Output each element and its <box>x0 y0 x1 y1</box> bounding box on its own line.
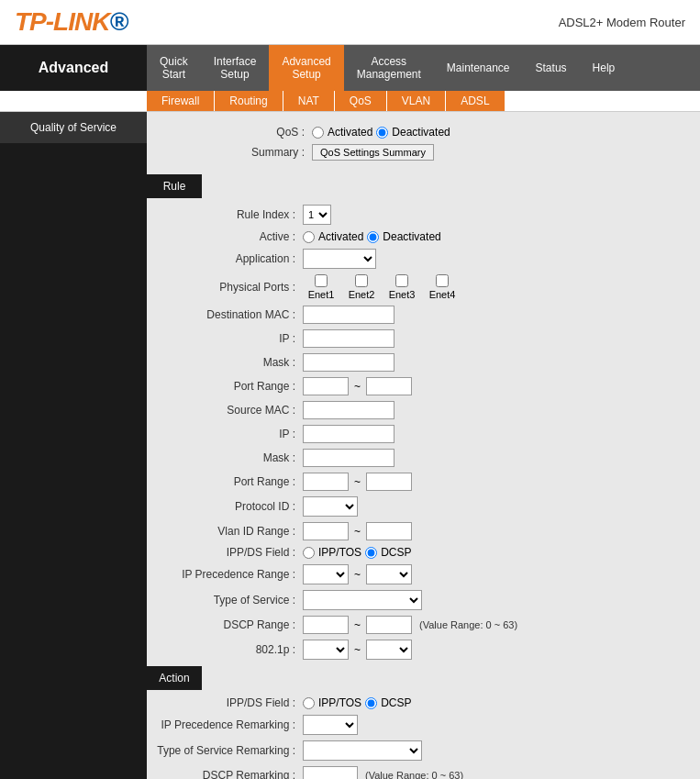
action-dcsp-radio[interactable] <box>365 697 377 709</box>
tab-maintenance[interactable]: Maintenance <box>434 45 523 91</box>
summary-row: Summary : QoS Settings Summary <box>156 141 691 163</box>
active-deactivated-radio[interactable] <box>367 231 379 243</box>
active-activated-radio[interactable] <box>303 231 315 243</box>
protocol-id-row: Protocol ID : <box>147 494 700 519</box>
application-row: Application : <box>147 246 700 272</box>
dcsp-radio[interactable] <box>365 547 377 559</box>
type-of-service-control <box>303 590 691 610</box>
dscp-range-control: ~ (Value Range: 0 ~ 63) <box>303 616 691 634</box>
source-mac-control <box>303 401 691 419</box>
dest-port-range-end[interactable] <box>366 377 412 395</box>
summary-button[interactable]: QoS Settings Summary <box>312 144 434 161</box>
dest-ip-input[interactable] <box>303 329 394 348</box>
sidebar: Quality of Service <box>0 112 147 779</box>
sub-tab-qos[interactable]: QoS <box>335 91 387 111</box>
vlan-id-range-control: ~ <box>303 522 691 540</box>
tab-access-management[interactable]: Access Management <box>344 45 434 91</box>
sub-tab-routing[interactable]: Routing <box>215 91 283 111</box>
ip-prec-range-control: ~ <box>303 564 691 584</box>
port-enet4-checkbox[interactable] <box>436 274 449 287</box>
tab-help[interactable]: Help <box>580 45 628 91</box>
physical-ports-label: Physical Ports : <box>156 281 303 294</box>
source-port-range-row: Port Range : ~ <box>147 470 700 494</box>
content-wrapper: Quality of Service QoS : Activated Deact… <box>0 112 700 779</box>
vlan-id-end[interactable] <box>366 522 412 540</box>
dscp-remarking-control: (Value Range: 0 ~ 63) <box>303 766 691 779</box>
port-enet1-wrap <box>303 274 339 287</box>
source-port-range-start[interactable] <box>303 473 349 491</box>
ipptos-radio[interactable] <box>303 547 315 559</box>
port-checkboxes <box>303 274 461 287</box>
qos-activated-radio[interactable] <box>312 127 324 139</box>
tab-quick-start[interactable]: Quick Start <box>147 45 201 91</box>
qos-deactivated-radio[interactable] <box>376 127 388 139</box>
action-ipptos-radio[interactable] <box>303 697 315 709</box>
dest-mask-input[interactable] <box>303 353 394 372</box>
ippds-field-control: IPP/TOS DCSP <box>303 546 691 559</box>
physical-ports-control: Enet1 Enet2 Enet3 Enet4 <box>303 274 691 300</box>
dscp-remarking-value-range: (Value Range: 0 ~ 63) <box>365 770 463 779</box>
type-of-service-label: Type of Service : <box>156 594 303 607</box>
dscp-range-end[interactable] <box>366 616 412 634</box>
dscp-remarking-input[interactable] <box>303 766 358 779</box>
dscp-value-range: (Value Range: 0 ~ 63) <box>419 619 517 630</box>
tos-remarking-select[interactable] <box>303 740 422 761</box>
vlan-id-start[interactable] <box>303 522 349 540</box>
dest-port-range-start[interactable] <box>303 377 349 395</box>
port-enet1-label: Enet1 <box>303 289 339 300</box>
tos-remarking-control <box>303 740 691 761</box>
dot1p-tilde: ~ <box>352 643 362 656</box>
ippds-field-row: IPP/DS Field : IPP/TOS DCSP <box>147 543 700 562</box>
type-of-service-select[interactable] <box>303 590 422 610</box>
rule-index-row: Rule Index : 1234 5678 <box>147 202 700 228</box>
active-control: Activated Deactivated <box>303 230 691 243</box>
source-mask-input[interactable] <box>303 449 394 467</box>
dot1p-start-select[interactable] <box>303 640 349 660</box>
tab-advanced-setup[interactable]: Advanced Setup <box>269 45 343 91</box>
main-content: QoS : Activated Deactivated Summary : Qo… <box>147 112 700 779</box>
ip-prec-start-select[interactable] <box>303 564 349 584</box>
sub-tab-vlan[interactable]: VLAN <box>387 91 446 111</box>
source-mac-input[interactable] <box>303 401 394 419</box>
source-ip-row: IP : <box>147 422 700 446</box>
sub-tab-nat[interactable]: NAT <box>283 91 335 111</box>
sub-tab-adsl[interactable]: ADSL <box>446 91 505 111</box>
ip-prec-tilde: ~ <box>352 568 362 581</box>
dest-mac-input[interactable] <box>303 306 394 324</box>
sub-tab-firewall[interactable]: Firewall <box>147 91 215 111</box>
tab-status[interactable]: Status <box>523 45 580 91</box>
dest-mac-label: Destination MAC : <box>156 308 303 321</box>
dest-mask-label: Mask : <box>156 356 303 369</box>
ip-prec-end-select[interactable] <box>366 564 412 584</box>
dot1p-end-select[interactable] <box>366 640 412 660</box>
vlan-id-range-row: Vlan ID Range : ~ <box>147 519 700 543</box>
source-mask-label: Mask : <box>156 451 303 464</box>
dest-port-tilde: ~ <box>352 380 362 393</box>
port-enet2-checkbox[interactable] <box>355 274 368 287</box>
dest-port-range-row: Port Range : ~ <box>147 374 700 398</box>
rule-index-select[interactable]: 1234 5678 <box>303 205 331 225</box>
port-enet3-checkbox[interactable] <box>395 274 408 287</box>
source-mask-row: Mask : <box>147 446 700 470</box>
dscp-range-start[interactable] <box>303 616 349 634</box>
nav-bar: Advanced Quick Start Interface Setup Adv… <box>0 45 700 91</box>
application-select[interactable] <box>303 249 376 269</box>
qos-control: Activated Deactivated <box>312 126 682 139</box>
physical-ports-group: Enet1 Enet2 Enet3 Enet4 <box>303 274 461 300</box>
dest-mask-row: Mask : <box>147 351 700 374</box>
advanced-nav-label: Advanced <box>0 45 147 91</box>
source-port-range-end[interactable] <box>366 473 412 491</box>
protocol-id-select[interactable] <box>303 496 358 517</box>
action-ippds-control: IPP/TOS DCSP <box>303 696 691 709</box>
source-ip-input[interactable] <box>303 425 394 443</box>
source-port-range-label: Port Range : <box>156 475 303 488</box>
dscp-remarking-row: DSCP Remarking : (Value Range: 0 ~ 63) <box>147 763 700 779</box>
sidebar-item-qos[interactable]: Quality of Service <box>0 112 147 143</box>
ip-prec-remarking-select[interactable] <box>303 715 358 735</box>
tab-interface-setup[interactable]: Interface Setup <box>201 45 270 91</box>
port-enet4-wrap <box>424 274 461 287</box>
ipptos-label: IPP/TOS <box>318 546 361 559</box>
port-enet1-checkbox[interactable] <box>315 274 328 287</box>
dest-ip-control <box>303 329 691 348</box>
port-enet4-label: Enet4 <box>424 289 461 300</box>
